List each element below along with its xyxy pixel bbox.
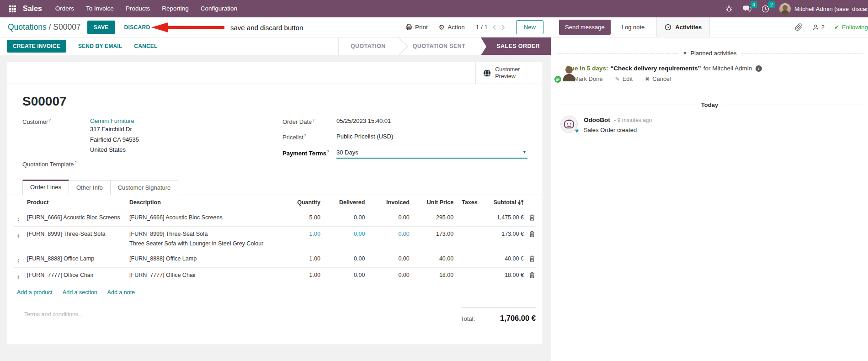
print-button[interactable]: Print bbox=[405, 24, 428, 31]
cell-description[interactable]: [FURN_8999] Three-Seat Sofa Three Seater… bbox=[127, 226, 290, 251]
customer-link[interactable]: Gemini Furniture bbox=[90, 117, 134, 124]
order-line-row[interactable]: ▲▼ [FURN_7777] Office Chair [FURN_7777] … bbox=[14, 267, 536, 284]
chatter-message: ♥ OdooBot - 9 minutes ago Sales Order cr… bbox=[551, 116, 868, 133]
cell-product: [FURN_8888] Office Lamp bbox=[24, 251, 127, 267]
cell-unit-price: 40.00 bbox=[412, 251, 456, 267]
tab-customer-signature[interactable]: Customer Signature bbox=[110, 180, 179, 195]
discard-button[interactable]: DISCARD bbox=[124, 24, 150, 31]
col-description[interactable]: Description bbox=[127, 195, 290, 210]
order-line-row[interactable]: ▲▼ [FURN_6666] Acoustic Bloc Screens [FU… bbox=[14, 210, 536, 226]
send-by-email-button[interactable]: SEND BY EMAIL bbox=[78, 43, 122, 49]
cell-unit-price: 173.00 bbox=[412, 226, 456, 251]
followers-button[interactable]: 2 bbox=[812, 24, 825, 31]
cell-taxes bbox=[456, 267, 487, 284]
state-sales-order[interactable]: SALES ORDER bbox=[481, 37, 551, 55]
drag-handle-icon[interactable]: ▲▼ bbox=[17, 273, 20, 279]
quotation-template-field[interactable]: Quotation Template? bbox=[22, 160, 282, 168]
planned-activities-toggle[interactable]: ▼ Planned activities bbox=[682, 50, 736, 57]
state-quotation-sent[interactable]: QUOTATION SENT bbox=[401, 37, 478, 55]
followers-count: 2 bbox=[821, 24, 825, 31]
top-nav: Sales Orders To Invoice Products Reporti… bbox=[0, 0, 868, 17]
cell-delivered: 0.00 bbox=[323, 267, 367, 284]
add-section-link[interactable]: Add a section bbox=[63, 289, 97, 296]
order-line-row[interactable]: ▲▼ [FURN_8999] Three-Seat Sofa [FURN_899… bbox=[14, 226, 536, 251]
heart-icon: ♥ bbox=[575, 127, 579, 134]
new-button[interactable]: New bbox=[516, 20, 543, 34]
drag-handle-icon[interactable]: ▲▼ bbox=[17, 257, 20, 263]
menu-configuration[interactable]: Configuration bbox=[195, 0, 243, 17]
payment-terms-input[interactable]: 30 Days ▾ bbox=[336, 149, 527, 159]
menu-to-invoice[interactable]: To Invoice bbox=[80, 0, 120, 17]
breadcrumb-current: S00007 bbox=[53, 22, 80, 32]
tab-order-lines[interactable]: Order Lines bbox=[22, 180, 69, 195]
dropdown-caret-icon[interactable]: ▾ bbox=[523, 149, 526, 155]
breadcrumb: Quotations / S00007 bbox=[8, 22, 81, 32]
col-subtotal[interactable]: Subtotal bbox=[487, 195, 526, 210]
col-taxes[interactable]: Taxes bbox=[456, 195, 487, 210]
delete-row-icon[interactable] bbox=[529, 272, 535, 278]
terms-placeholder[interactable]: Terms and conditions... bbox=[24, 308, 83, 318]
add-product-link[interactable]: Add a product bbox=[17, 289, 53, 296]
cancel-activity-button[interactable]: ✖Cancel bbox=[645, 75, 671, 82]
message-timestamp: - 9 minutes ago bbox=[614, 117, 652, 123]
following-button[interactable]: ✔ Following bbox=[834, 24, 868, 31]
edit-activity-button[interactable]: ✎Edit bbox=[615, 75, 633, 82]
send-message-button[interactable]: Send message bbox=[559, 20, 611, 35]
cell-quantity: 1.00 bbox=[290, 267, 323, 284]
notebook-tabs: Order Lines Other Info Customer Signatur… bbox=[7, 180, 543, 195]
col-unit-price[interactable]: Unit Price bbox=[412, 195, 456, 210]
order-date-value[interactable]: 05/25/2023 15:40:01 bbox=[336, 117, 391, 125]
col-delivered[interactable]: Delivered bbox=[323, 195, 367, 210]
log-note-button[interactable]: Log note bbox=[622, 24, 645, 31]
menu-reporting[interactable]: Reporting bbox=[156, 0, 195, 17]
attachment-paperclip-icon[interactable] bbox=[795, 23, 803, 31]
activities-badge: 2 bbox=[768, 1, 775, 8]
save-button[interactable]: SAVE bbox=[87, 21, 115, 34]
cell-description: [FURN_6666] Acoustic Bloc Screens bbox=[127, 210, 290, 226]
cell-unit-price: 18.00 bbox=[412, 267, 456, 284]
create-invoice-button[interactable]: CREATE INVOICE bbox=[7, 40, 66, 53]
tab-other-info[interactable]: Other Info bbox=[69, 180, 111, 195]
user-menu[interactable]: Mitchell Admin (save_discar bbox=[779, 3, 868, 15]
activities-clock-icon[interactable]: 2 bbox=[761, 5, 769, 13]
activity-type-badge-icon bbox=[554, 75, 562, 84]
delete-row-icon[interactable] bbox=[529, 255, 535, 262]
app-title[interactable]: Sales bbox=[23, 5, 42, 13]
action-button[interactable]: ⚙ Action bbox=[439, 23, 465, 32]
menu-products[interactable]: Products bbox=[120, 0, 156, 17]
pricelist-value[interactable]: Public Pricelist (USD) bbox=[336, 133, 393, 141]
pencil-icon: ✎ bbox=[615, 76, 620, 82]
breadcrumb-separator: / bbox=[49, 22, 51, 32]
pager-next-icon[interactable] bbox=[501, 24, 505, 31]
message-author[interactable]: OdooBot bbox=[584, 117, 610, 123]
optional-columns-icon[interactable] bbox=[518, 199, 524, 205]
activities-tab[interactable]: Activities bbox=[656, 17, 710, 37]
cell-invoiced: 0.00 bbox=[367, 251, 412, 267]
delete-row-icon[interactable] bbox=[529, 231, 535, 237]
col-quantity[interactable]: Quantity bbox=[290, 195, 323, 210]
debug-bug-icon[interactable] bbox=[725, 5, 733, 12]
drag-handle-icon[interactable]: ▲▼ bbox=[17, 232, 20, 238]
total-value: 1,706.00 € bbox=[500, 314, 536, 323]
order-line-row[interactable]: ▲▼ [FURN_8888] Office Lamp [FURN_8888] O… bbox=[14, 251, 536, 267]
info-icon[interactable]: i bbox=[756, 65, 762, 72]
customer-address-line: Fairfield CA 94535 bbox=[90, 135, 139, 145]
add-note-link[interactable]: Add a note bbox=[107, 289, 135, 296]
pager-previous-icon[interactable] bbox=[492, 24, 496, 31]
delete-row-icon[interactable] bbox=[529, 214, 535, 221]
annotation-arrow: save and discard button bbox=[151, 17, 303, 37]
col-product[interactable]: Product bbox=[24, 195, 127, 210]
customer-address-line: 317 Fairchild Dr bbox=[90, 124, 139, 135]
breadcrumb-quotations[interactable]: Quotations bbox=[8, 22, 47, 32]
menu-orders[interactable]: Orders bbox=[49, 0, 80, 17]
cancel-button[interactable]: CANCEL bbox=[134, 43, 157, 49]
check-icon: ✔ bbox=[834, 24, 839, 31]
person-icon bbox=[812, 24, 819, 31]
cell-delivered: 0.00 bbox=[323, 210, 367, 226]
customer-preview-button[interactable]: Customer Preview bbox=[475, 62, 543, 84]
drag-handle-icon[interactable]: ▲▼ bbox=[17, 216, 20, 222]
state-quotation[interactable]: QUOTATION bbox=[339, 37, 398, 55]
apps-grid-icon[interactable] bbox=[5, 5, 20, 12]
messages-icon[interactable]: 4 bbox=[743, 5, 751, 12]
col-invoiced[interactable]: Invoiced bbox=[367, 195, 412, 210]
